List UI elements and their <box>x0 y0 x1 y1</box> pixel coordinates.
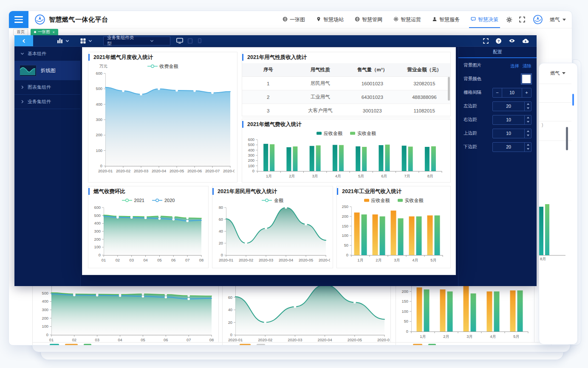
tab-active[interactable]: 一张图 × <box>31 29 58 36</box>
svg-text:0: 0 <box>99 253 101 257</box>
sidebar-group-label: 图表集组件 <box>28 84 51 90</box>
spinner-up-icon[interactable] <box>525 102 531 107</box>
nav-item-1[interactable]: 一张图 <box>283 11 305 28</box>
sidebar-item-line-chart[interactable]: 折线图 <box>14 61 80 80</box>
nav-item-5[interactable]: 智慧服务 <box>432 11 460 28</box>
stepper-value[interactable]: 10 <box>502 88 522 97</box>
svg-text:100: 100 <box>401 309 408 314</box>
legend-item-label: 应收金额 <box>371 197 390 204</box>
tab-home[interactable]: 首页 <box>13 29 28 36</box>
widget-grid-icon[interactable] <box>80 38 86 44</box>
number-value[interactable]: 10 <box>493 115 524 124</box>
card-gas-fee[interactable]: 2021年燃气费收入统计 应收金额实收金额0100200300400500600… <box>242 119 451 183</box>
avatar[interactable] <box>533 14 543 25</box>
divider <box>539 102 571 103</box>
svg-text:0: 0 <box>221 253 223 257</box>
margin-number-input[interactable]: 10 <box>492 115 531 125</box>
settings-gear-icon[interactable] <box>506 17 512 23</box>
nav-item-3[interactable]: 智慧管网 <box>355 11 382 28</box>
margin-number-input[interactable]: 20 <box>492 142 531 152</box>
margin-number-input[interactable]: 10 <box>492 129 531 138</box>
margin-number-input[interactable]: 20 <box>492 101 531 111</box>
svg-text:300: 300 <box>94 229 101 233</box>
nav-item-4[interactable]: 智慧运营 <box>393 11 421 28</box>
background-card-sliver <box>396 342 551 346</box>
svg-text:300: 300 <box>96 118 102 122</box>
help-icon[interactable]: ? <box>495 38 502 44</box>
spinner-down-icon[interactable] <box>525 133 531 138</box>
svg-text:03: 03 <box>95 338 99 342</box>
clear-image-link[interactable]: 清除 <box>523 63 531 68</box>
fullscreen-icon[interactable] <box>483 38 489 44</box>
preview-eye-icon[interactable] <box>509 37 515 44</box>
nav-item-6[interactable]: 智慧决策 <box>471 11 498 28</box>
chevron-down-icon[interactable] <box>65 39 69 43</box>
decrement-button[interactable]: − <box>493 88 502 97</box>
svg-text:5月: 5月 <box>513 334 519 339</box>
table-cell: 64301023 <box>346 90 399 104</box>
card-industry[interactable]: 2021年工业用气收入统计 应收金额实收金额0501001502002501月2… <box>336 186 451 268</box>
table-row: 1居民用气1600102332082015 <box>242 77 450 90</box>
legend-item[interactable]: 应收金额 <box>317 129 342 137</box>
industry-income-chart-canvas: 0501001502002501月2月3月4月5月 <box>337 204 448 264</box>
number-value[interactable]: 20 <box>493 143 524 152</box>
preview-desktop-icon[interactable] <box>176 37 183 44</box>
user-menu[interactable]: 燃气 <box>550 16 566 23</box>
scrollbar[interactable] <box>448 77 450 101</box>
sidebar-group-1[interactable]: 基本组件 <box>14 47 80 61</box>
scrollbar[interactable] <box>566 127 568 150</box>
chevron-right-icon <box>20 85 24 90</box>
scrollbar[interactable] <box>572 94 574 106</box>
sidebar-group-3[interactable]: 业务集组件 <box>14 95 80 109</box>
card-monthly-income[interactable]: 2021年燃气月度收入统计 万元收费金额01002003004005006002… <box>88 52 237 183</box>
spinner-up-icon[interactable] <box>525 143 531 147</box>
legend-item[interactable]: 2021 <box>122 197 144 204</box>
spinner-up-icon[interactable] <box>525 115 531 120</box>
gas-fee-income-chart-canvas: 01002003004005006001月2月3月4月5月6月7月8月 <box>242 137 448 180</box>
spinner-down-icon[interactable] <box>525 120 531 124</box>
svg-text:05: 05 <box>141 338 145 342</box>
spinner-down-icon[interactable] <box>525 106 531 111</box>
chart-components-icon[interactable] <box>57 38 63 44</box>
config-label: 下边距 <box>464 144 477 150</box>
menu-toggle-button[interactable] <box>9 11 28 28</box>
preview-phone-icon[interactable] <box>197 38 202 43</box>
fullscreen-icon[interactable] <box>519 17 525 22</box>
svg-text:50: 50 <box>344 243 348 247</box>
legend-item[interactable]: 实收金额 <box>350 129 376 137</box>
chevron-down-icon[interactable] <box>88 39 92 43</box>
svg-text:5月: 5月 <box>358 174 364 178</box>
legend-marker-icon <box>317 129 322 137</box>
svg-text:100: 100 <box>96 149 102 153</box>
preview-tablet-icon[interactable] <box>187 38 193 44</box>
spinner-down-icon[interactable] <box>525 147 531 152</box>
legend-item[interactable]: 收费金额 <box>147 62 178 70</box>
svg-text:2月: 2月 <box>289 174 295 178</box>
card-fee-mom[interactable]: 燃气收费环比 202120200100200300400500600010203… <box>88 186 209 268</box>
sidebar-item-label: 折线图 <box>41 67 56 74</box>
collapse-panel-button[interactable] <box>14 35 33 46</box>
spinner-up-icon[interactable] <box>525 129 531 134</box>
sidebar-group-2[interactable]: 图表集组件 <box>14 80 80 95</box>
app-header: 智慧燃气一体化平台 一张图智慧场站智慧管网智慧运营智慧服务智慧决策 燃气 <box>9 11 572 28</box>
select-image-link[interactable]: 选择 <box>510 63 519 68</box>
number-value[interactable]: 10 <box>493 129 524 138</box>
card-resident[interactable]: 2021年居民用气收入统计 金额0204060802020-012020-022… <box>212 186 333 268</box>
close-icon[interactable]: × <box>53 30 55 34</box>
legend-item[interactable]: 2020 <box>152 197 175 204</box>
component-type-select[interactable]: 业务集组件类型 <box>103 37 170 45</box>
number-value[interactable]: 20 <box>493 102 524 111</box>
card-usage-table[interactable]: 2021年用气性质收入统计 序号用气性质售气量（m³）营业金额（元）1居民用气1… <box>242 52 451 116</box>
svg-text:250: 250 <box>342 205 348 209</box>
svg-text:0: 0 <box>230 333 232 337</box>
cloud-save-icon[interactable] <box>522 37 529 44</box>
peek-user-menu[interactable]: 燃气 <box>539 63 577 76</box>
legend-item[interactable]: 金额 <box>262 197 283 204</box>
background-color-swatch[interactable] <box>521 74 531 84</box>
nav-item-2[interactable]: 智慧场站 <box>316 11 344 28</box>
svg-text:08: 08 <box>209 338 214 342</box>
legend-item[interactable]: 实收金额 <box>398 197 424 204</box>
legend-item[interactable]: 应收金额 <box>364 197 390 204</box>
legend-item-label: 实收金额 <box>405 197 424 204</box>
increment-button[interactable]: + <box>522 88 531 97</box>
